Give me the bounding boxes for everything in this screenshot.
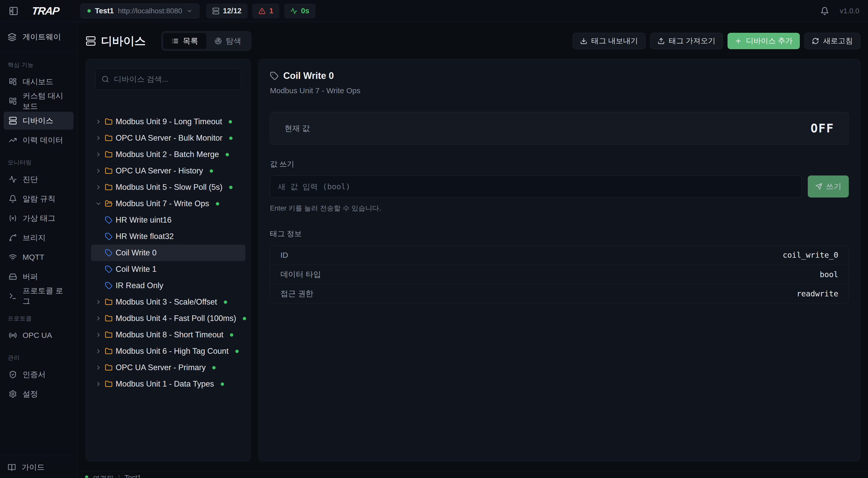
device-search xyxy=(95,68,241,90)
tree-folder-row[interactable]: Modbus Unit 9 - Long Timeout xyxy=(91,113,245,130)
device-online-dot xyxy=(229,137,232,140)
dashboard-icon xyxy=(9,97,17,105)
trending-up-icon xyxy=(9,136,17,144)
table-row: 접근 권한 readwrite xyxy=(270,284,848,303)
tree-folder-row[interactable]: OPC UA Server - Bulk Monitor xyxy=(91,130,245,146)
notifications-button[interactable] xyxy=(820,7,829,15)
book-open-icon xyxy=(8,464,16,472)
tag-icon xyxy=(105,249,113,257)
sidebar-item-history-data[interactable]: 이력 데이터 xyxy=(4,131,73,149)
chevron-right-icon xyxy=(95,184,102,191)
chevron-right-icon xyxy=(95,299,102,305)
tree-folder-row[interactable]: Modbus Unit 6 - High Tag Count xyxy=(91,343,245,360)
gateway-connection-dropdown[interactable]: Test1 http://localhost:8080 xyxy=(81,4,199,19)
current-value-card: 현재 값 OFF xyxy=(270,112,849,145)
tree-folder-row[interactable]: OPC UA Server - Primary xyxy=(91,360,245,376)
sidebar-collapse-button[interactable] xyxy=(9,6,19,16)
gateway-url: http://localhost:8080 xyxy=(118,7,182,15)
tree-folder-row[interactable]: Modbus Unit 5 - Slow Poll (5s) xyxy=(91,179,245,196)
table-row: 데이터 타입 bool xyxy=(270,265,848,284)
write-submit-button[interactable]: 쓰기 xyxy=(808,175,849,198)
folder-icon xyxy=(105,314,113,322)
sidebar-item-label: 이력 데이터 xyxy=(23,135,63,145)
write-value-input[interactable] xyxy=(270,175,802,198)
sidebar-item-devices[interactable]: 디바이스 xyxy=(4,112,73,130)
device-label: OPC UA Server - Bulk Monitor xyxy=(116,133,222,143)
server-icon xyxy=(9,116,17,125)
button-label: 쓰기 xyxy=(826,181,841,192)
sidebar-item-virtual-tags[interactable]: 가상 태그 xyxy=(4,209,73,227)
folder-icon xyxy=(105,364,113,371)
tag-label: HR Write uint16 xyxy=(116,215,172,225)
info-key: ID xyxy=(280,251,288,260)
write-value-label: 값 쓰기 xyxy=(270,159,849,169)
devices-online-badge[interactable]: 12/12 xyxy=(206,4,248,19)
activity-icon xyxy=(290,7,298,14)
send-icon xyxy=(815,183,823,190)
device-online-dot xyxy=(212,366,216,369)
tree-folder-row[interactable]: Modbus Unit 2 - Batch Merge xyxy=(91,146,245,163)
import-tags-button[interactable]: 태그 가져오기 xyxy=(650,33,723,49)
device-online-dot xyxy=(230,333,233,337)
device-label: Modbus Unit 7 - Write Ops xyxy=(116,199,209,208)
sidebar-item-alarm-rules[interactable]: 알람 규칙 xyxy=(4,190,73,208)
add-device-button[interactable]: 디바이스 추가 xyxy=(727,33,800,49)
folder-icon xyxy=(105,380,113,388)
tree-tag-row[interactable]: HR Write uint16 xyxy=(91,212,245,228)
tag-label: HR Write float32 xyxy=(116,232,174,241)
sidebar-item-certificates[interactable]: 인증서 xyxy=(4,366,73,383)
tab-explore[interactable]: 탐색 xyxy=(206,33,249,49)
tree-tag-row[interactable]: Coil Write 1 xyxy=(91,261,245,277)
wifi-icon xyxy=(9,253,17,261)
tree-folder-row[interactable]: Modbus Unit 1 - Data Types xyxy=(91,376,245,392)
device-tree: Modbus Unit 9 - Long Timeout OPC UA Serv… xyxy=(91,113,245,392)
alerts-count: 1 xyxy=(269,7,273,15)
sidebar-item-opcua[interactable]: OPC UA xyxy=(4,326,73,344)
tree-folder-row-expanded[interactable]: Modbus Unit 7 - Write Ops xyxy=(91,196,245,212)
latency-badge[interactable]: 0s xyxy=(284,4,315,19)
sidebar-item-custom-dashboard[interactable]: 커스텀 대시보드 xyxy=(4,92,73,110)
sidebar-item-label: 게이트웨이 xyxy=(23,32,61,42)
sidebar-section-management: 관리 xyxy=(8,354,69,362)
terminal-icon xyxy=(9,292,17,300)
sidebar-item-mqtt[interactable]: MQTT xyxy=(4,248,73,266)
tree-tag-row[interactable]: IR Read Only xyxy=(91,277,245,294)
sidebar-item-dashboard[interactable]: 대시보드 xyxy=(4,73,73,91)
alerts-badge[interactable]: 1 xyxy=(252,4,279,19)
sidebar-item-label: 설정 xyxy=(23,389,38,399)
tab-list[interactable]: 목록 xyxy=(163,33,206,49)
refresh-button[interactable]: 새로고침 xyxy=(804,33,860,49)
device-label: Modbus Unit 3 - Scale/Offset xyxy=(116,298,217,307)
sidebar-item-guide[interactable]: 가이드 xyxy=(8,462,69,473)
sidebar-item-diagnostics[interactable]: 진단 xyxy=(4,170,73,188)
sidebar-item-settings[interactable]: 설정 xyxy=(4,385,73,403)
sidebar-item-gateway[interactable]: 게이트웨이 xyxy=(0,22,77,52)
sidebar-item-protocol-log[interactable]: 프로토콜 로그 xyxy=(4,287,73,305)
sidebar-item-bridges[interactable]: 브리지 xyxy=(4,229,73,247)
folder-icon xyxy=(105,167,113,175)
tree-folder-row[interactable]: Modbus Unit 8 - Short Timeout xyxy=(91,327,245,343)
tree-tag-row[interactable]: HR Write float32 xyxy=(91,228,245,245)
tag-info-table: ID coil_write_0 데이터 타입 bool 접근 권한 readwr… xyxy=(270,245,849,303)
folder-icon xyxy=(105,183,113,191)
tree-tag-row-selected[interactable]: Coil Write 0 xyxy=(91,245,245,261)
device-search-input[interactable] xyxy=(114,75,235,83)
sidebar-item-label: 알람 규칙 xyxy=(23,194,55,204)
tree-folder-row[interactable]: Modbus Unit 3 - Scale/Offset xyxy=(91,294,245,310)
device-label: Modbus Unit 5 - Slow Poll (5s) xyxy=(116,183,222,192)
device-online-dot xyxy=(235,350,239,353)
sidebar-item-buffer[interactable]: 버퍼 xyxy=(4,268,73,285)
server-icon xyxy=(86,36,96,46)
shield-check-icon xyxy=(9,370,17,379)
tree-folder-row[interactable]: Modbus Unit 4 - Fast Poll (100ms) xyxy=(91,310,245,327)
header-actions: 태그 내보내기 태그 가져오기 디바이스 추가 새로고침 xyxy=(573,33,860,49)
dashboard-icon xyxy=(9,78,17,86)
latency-value: 0s xyxy=(301,7,309,15)
export-tags-button[interactable]: 태그 내보내기 xyxy=(573,33,646,49)
info-value: readwrite xyxy=(797,289,838,298)
tree-folder-row[interactable]: OPC UA Server - History xyxy=(91,163,245,179)
sidebar-item-label: 가상 태그 xyxy=(23,213,55,224)
search-icon xyxy=(101,75,109,83)
app-logo: TRAP xyxy=(31,5,60,17)
sidebar-item-label: 인증서 xyxy=(23,369,45,380)
